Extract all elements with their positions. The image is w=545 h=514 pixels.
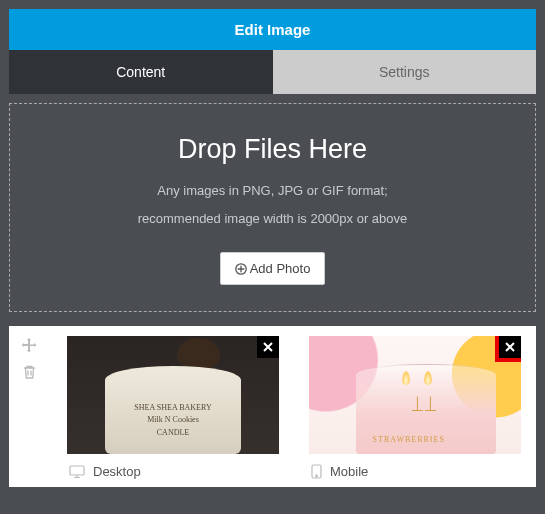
thumbnail-mobile: ⟘⟘ Mobile	[309, 336, 521, 479]
thumbnail-label-row: Mobile	[309, 454, 521, 479]
thumbnail-image[interactable]: ⟘⟘	[309, 336, 521, 454]
thumbnail-label: Desktop	[93, 464, 141, 479]
modal-header: Edit Image	[9, 9, 536, 50]
dropzone-title: Drop Files Here	[30, 134, 515, 165]
thumbnail-image[interactable]	[67, 336, 279, 454]
mobile-icon	[311, 464, 322, 479]
add-photo-button[interactable]: Add Photo	[220, 252, 326, 285]
candle-flames	[402, 371, 432, 385]
candle-logo: ⟘⟘	[411, 395, 437, 416]
content-panel: Drop Files Here Any images in PNG, JPG o…	[9, 103, 536, 326]
thumbnail-label: Mobile	[330, 464, 368, 479]
svg-point-3	[316, 475, 318, 477]
remove-thumbnail-button[interactable]	[257, 336, 279, 358]
thumbnail-gallery: Desktop ⟘⟘ Mobile	[9, 326, 536, 487]
tab-bar: Content Settings	[9, 50, 536, 94]
gallery-tools	[9, 326, 49, 479]
tab-content[interactable]: Content	[9, 50, 273, 94]
thumbnail-label-row: Desktop	[67, 454, 279, 479]
tab-settings[interactable]: Settings	[273, 50, 537, 94]
close-icon	[505, 342, 515, 352]
move-icon[interactable]	[21, 338, 37, 354]
close-icon	[263, 342, 273, 352]
file-dropzone[interactable]: Drop Files Here Any images in PNG, JPG o…	[9, 103, 536, 312]
modal-title: Edit Image	[235, 21, 311, 38]
dropzone-recommendation: recommended image width is 2000px or abo…	[30, 211, 515, 226]
thumbnail-row: Desktop ⟘⟘ Mobile	[49, 326, 536, 479]
plus-circle-icon	[235, 263, 247, 275]
svg-rect-1	[70, 466, 84, 475]
remove-thumbnail-button[interactable]	[495, 336, 521, 362]
thumbnail-desktop: Desktop	[67, 336, 279, 479]
dropzone-subtitle: Any images in PNG, JPG or GIF format;	[30, 181, 515, 201]
desktop-icon	[69, 465, 85, 478]
trash-icon[interactable]	[22, 364, 37, 380]
